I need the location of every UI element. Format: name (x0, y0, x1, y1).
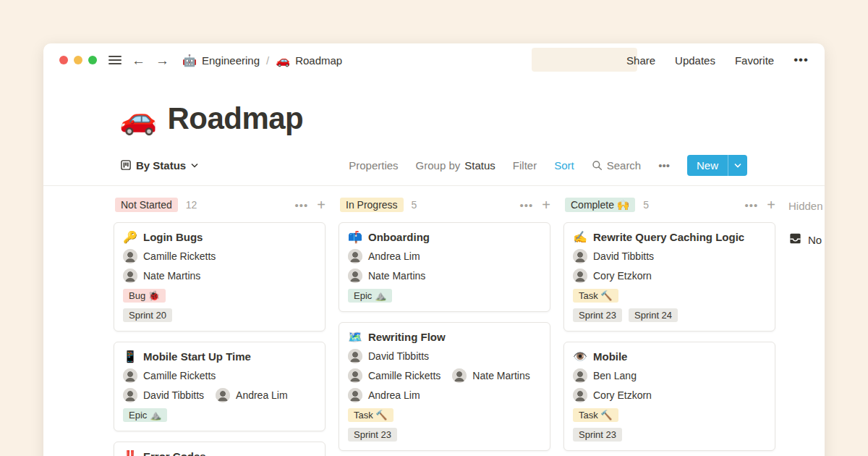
person-property[interactable]: Nate Martins (123, 269, 200, 283)
engineering-emoji-icon: 🤖 (182, 54, 197, 67)
column-more-icon[interactable]: ••• (745, 199, 759, 211)
column-status-pill[interactable]: In Progress (340, 198, 404, 212)
card-title-text: Mobile (593, 350, 628, 363)
column-add-icon[interactable]: + (542, 198, 550, 212)
card-tag-row: Epic ⛰️ (123, 408, 316, 422)
person-property[interactable]: Nate Martins (348, 269, 425, 283)
tag-pill[interactable]: Sprint 24 (629, 308, 678, 322)
column-more-icon[interactable]: ••• (295, 199, 309, 211)
kanban-card[interactable]: 🗺️Rewriting FlowDavid TibbittsCamille Ri… (339, 322, 550, 451)
person-property[interactable]: Cory Etzkorn (573, 269, 652, 283)
person-property[interactable]: Nate Martins (452, 368, 529, 383)
properties-button[interactable]: Properties (349, 159, 398, 172)
tag-pill[interactable]: Epic ⛰️ (123, 408, 167, 422)
breadcrumb-space[interactable]: Engineering (202, 54, 260, 67)
sort-button[interactable]: Sort (554, 159, 574, 172)
tag-pill[interactable]: Sprint 23 (573, 428, 622, 442)
column-add-icon[interactable]: + (767, 198, 775, 212)
column-count: 12 (186, 199, 197, 211)
new-button-chevron[interactable] (728, 155, 747, 176)
group-by-button[interactable]: Group by Status (416, 159, 495, 172)
tag-pill[interactable]: Sprint 23 (348, 428, 397, 442)
person-name: Ben Lang (593, 370, 637, 381)
card-emoji-icon: 📫 (348, 230, 362, 244)
kanban-card[interactable]: 📫OnboardingAndrea LimNate MartinsEpic ⛰️ (339, 222, 550, 312)
updates-button[interactable]: Updates (675, 54, 715, 67)
share-button[interactable]: Share (626, 54, 655, 67)
more-options-icon[interactable]: ••• (793, 53, 809, 67)
card-emoji-icon: 🔑 (123, 230, 137, 244)
breadcrumb-page[interactable]: Roadmap (295, 54, 342, 67)
breadcrumb-separator: / (265, 54, 271, 67)
close-window-button[interactable] (59, 56, 68, 64)
search-button[interactable]: Search (592, 159, 642, 172)
column-header: In Progress5•••+ (339, 198, 550, 212)
sidebar-menu-icon[interactable] (109, 56, 122, 64)
tag-pill[interactable]: Task 🔨 (573, 408, 618, 422)
hidden-columns-label[interactable]: Hidden (788, 200, 825, 212)
card-title-text: Login Bugs (143, 231, 203, 243)
card-tag-row: Bug 🐞 (123, 289, 316, 303)
tag-pill[interactable]: Task 🔨 (348, 408, 393, 422)
search-icon (592, 160, 603, 171)
person-property[interactable]: Cory Etzkorn (573, 388, 652, 402)
tag-pill[interactable]: Bug 🐞 (123, 289, 166, 303)
column-status-pill[interactable]: Not Started (115, 198, 178, 212)
card-tag-row: Epic ⛰️ (348, 289, 541, 303)
person-property[interactable]: David Tibbitts (573, 249, 654, 263)
page-title-text[interactable]: Roadmap (167, 101, 303, 136)
column-more-icon[interactable]: ••• (520, 199, 534, 211)
group-by-value: Status (464, 159, 495, 172)
column-count: 5 (412, 199, 417, 211)
card-title: ✍️Rewrite Query Caching Logic (573, 230, 766, 244)
person-name: David Tibbitts (593, 250, 654, 262)
column-add-icon[interactable]: + (317, 198, 326, 212)
column-cards: ✍️Rewrite Query Caching LogicDavid Tibbi… (563, 222, 775, 451)
minimize-window-button[interactable] (74, 56, 82, 64)
person-property[interactable]: Camille Ricketts (348, 368, 441, 383)
column-status-pill[interactable]: Complete 🙌 (565, 198, 635, 212)
person-property[interactable]: Andrea Lim (348, 388, 420, 402)
chevron-down-icon (734, 163, 741, 168)
person-property[interactable]: Camille Ricketts (123, 368, 216, 383)
card-title-text: Rewrite Query Caching Logic (593, 231, 744, 243)
card-tag-row: Sprint 23 (348, 428, 541, 442)
person-property[interactable]: David Tibbitts (123, 388, 204, 402)
column-tools: •••+ (745, 198, 775, 212)
person-property[interactable]: Camille Ricketts (123, 249, 216, 263)
kanban-card[interactable]: 👁️MobileBen LangCory EtzkornTask 🔨Sprint… (563, 342, 775, 451)
kanban-card[interactable]: 📱Mobile Start Up TimeCamille RickettsDav… (114, 342, 326, 431)
person-property[interactable]: Ben Lang (573, 368, 637, 383)
kanban-card[interactable]: ‼️Error Codes (114, 442, 326, 456)
back-arrow-icon[interactable]: ← (132, 54, 145, 67)
hidden-column-item[interactable]: No (788, 232, 825, 248)
forward-arrow-icon[interactable]: → (156, 54, 169, 67)
view-more-options-icon[interactable]: ••• (658, 159, 670, 172)
kanban-card[interactable]: ✍️Rewrite Query Caching LogicDavid Tibbi… (563, 222, 775, 332)
new-button[interactable]: New (687, 155, 747, 176)
tag-pill[interactable]: Sprint 20 (123, 308, 172, 322)
hidden-column-name: No (808, 234, 822, 246)
card-title: 📱Mobile Start Up Time (123, 350, 316, 363)
person-name: Nate Martins (472, 370, 529, 381)
chevron-down-icon (191, 163, 198, 168)
person-name: Nate Martins (368, 270, 425, 282)
tag-pill[interactable]: Epic ⛰️ (348, 289, 392, 303)
person-property[interactable]: Andrea Lim (216, 388, 288, 402)
avatar (123, 269, 137, 283)
kanban-card[interactable]: 🔑Login BugsCamille RickettsNate MartinsB… (114, 222, 326, 332)
view-switcher[interactable]: By Status (121, 159, 198, 172)
avatar (573, 249, 587, 263)
card-people-row: David Tibbitts (348, 349, 541, 363)
tag-pill[interactable]: Sprint 23 (573, 308, 622, 322)
tag-pill[interactable]: Task 🔨 (573, 289, 618, 303)
person-property[interactable]: David Tibbitts (348, 349, 429, 363)
person-name: Andrea Lim (368, 250, 420, 262)
page-icon-car[interactable]: 🚗 (119, 104, 157, 134)
person-property[interactable]: Andrea Lim (348, 249, 420, 263)
zoom-window-button[interactable] (88, 56, 97, 64)
favorite-button[interactable]: Favorite (735, 54, 774, 67)
filter-button[interactable]: Filter (513, 159, 537, 172)
roadmap-emoji-icon: 🚗 (276, 54, 290, 67)
avatar (216, 388, 230, 402)
